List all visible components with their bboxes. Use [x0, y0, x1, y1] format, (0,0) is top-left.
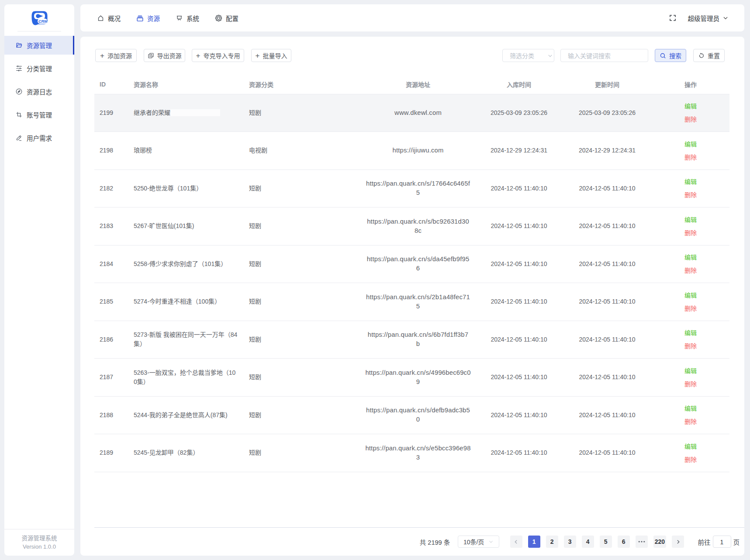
svg-text:CRM: CRM — [38, 19, 47, 24]
